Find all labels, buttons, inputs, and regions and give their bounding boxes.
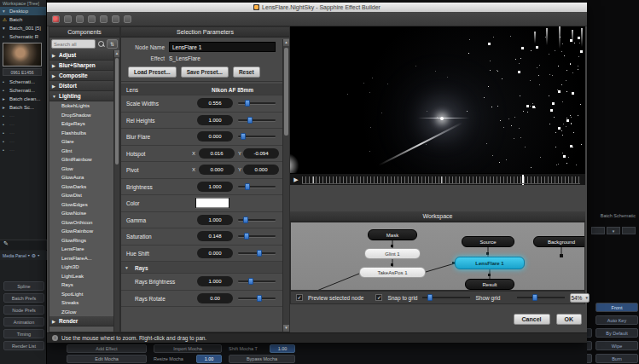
component-group-render[interactable]: ▶Render [49,316,113,326]
scroll-down-icon[interactable]: ▼ [283,325,289,332]
side-button-timing[interactable]: Timing [3,329,44,338]
param-slider[interactable] [238,117,276,124]
slider-handle[interactable] [245,100,250,107]
slider-handle[interactable] [243,217,248,223]
component-item-zglow[interactable]: ZGlow [49,308,113,317]
sort-filter-button[interactable]: ⇅ [107,39,118,49]
chevron-down-icon[interactable]: ▾ [28,253,30,257]
tree-item[interactable]: •··· [0,137,46,146]
tree-item[interactable]: •··· [0,129,46,137]
param-value-field[interactable]: 0.000 [197,131,233,142]
save-as-icon[interactable] [100,15,107,23]
tree-item[interactable]: •Schematic R [0,32,46,41]
lens-value[interactable]: Nikon AF 85mm [212,86,253,92]
bypass-mocha-button[interactable]: Bypass Mocha [229,355,295,363]
ok-button[interactable]: OK [556,314,583,325]
param-value-field[interactable]: 1.000 [197,276,233,286]
component-item-glowaura[interactable]: GlowAura [49,173,113,182]
param-slider[interactable] [238,233,276,240]
clip-thumbnail[interactable] [3,43,42,66]
new-icon[interactable] [64,15,72,23]
component-item-edgerays[interactable]: EdgeRays [49,119,113,129]
component-item-rays[interactable]: Rays [49,280,113,290]
param-slider[interactable] [238,295,276,302]
graph-node-result[interactable]: Result [465,279,514,290]
component-item-glow[interactable]: Glow [49,165,113,174]
zoom-slider[interactable] [517,294,565,301]
timeline-ruler[interactable] [302,176,580,183]
components-scrollbar[interactable]: ▲ [113,50,119,332]
grid-control[interactable] [591,227,605,234]
param-value-field[interactable]: 1.000 [197,182,233,192]
scrollbar-thumb[interactable] [115,58,119,165]
slider-handle[interactable] [247,117,253,124]
tree-item[interactable]: •Schemati... [0,86,46,95]
graph-node-mask[interactable]: Mask [368,229,417,240]
side-button-node-prefs[interactable]: Node Prefs [3,305,44,315]
component-group-composite[interactable]: ▶Composite [49,71,113,81]
save-icon[interactable] [88,15,96,23]
component-item-lensflare[interactable]: LensFlare [49,245,113,254]
param-slider[interactable] [238,100,276,107]
component-group-lighting[interactable]: ▼Lighting [49,91,113,101]
scene-icon[interactable] [52,15,60,23]
component-item-gloworthicon[interactable]: GlowOrthicon [49,218,113,228]
component-group-blur+sharpen[interactable]: ▶Blur+Sharpen [49,61,113,71]
view-control[interactable] [622,227,636,234]
param-value-field[interactable]: 0.00 [197,293,233,303]
tree-item[interactable]: •··· [0,120,46,129]
param-slider[interactable] [238,217,276,223]
graph-node-background[interactable]: Background [533,236,585,247]
tree-item[interactable]: ▸Batch clean... [0,95,46,103]
bg-button-auto-key[interactable]: Auto Key [595,315,638,325]
param-y-field[interactable]: 0.000 [243,165,279,175]
tree-item[interactable]: ▾Batch_001 [5] [0,24,46,32]
edit-mocha-button[interactable]: Edit Mocha [67,355,147,363]
scroll-up-icon[interactable]: ▲ [283,39,289,46]
component-group-adjust[interactable]: ▶Adjust [49,50,113,61]
component-item-light3d[interactable]: Light3D [49,263,113,272]
slider-handle[interactable] [257,295,262,302]
import-mocha-button[interactable]: Import Mocha [154,344,222,353]
graph-node-lensflare-1[interactable]: LensFlare 1 [455,257,525,269]
component-item-glowdist[interactable]: GlowDist [49,191,113,200]
chevron-down-icon[interactable]: ▾ [38,253,39,257]
tree-item[interactable]: ▸Batch Sc... [0,103,46,112]
tree-item[interactable]: •Schemati... [0,78,46,86]
save-preset-button[interactable]: Save Preset... [181,66,229,78]
flag-icon[interactable] [112,15,119,23]
add-effect-button[interactable]: Add Effect [67,344,147,353]
open-icon[interactable] [76,15,84,23]
tree-item[interactable]: ⚠Batch [0,15,46,24]
side-button-spline[interactable]: Spline [3,281,44,291]
parameters-scrollbar[interactable]: ▲ ▼ [282,39,289,332]
scrollbar-thumb[interactable] [284,48,288,136]
graph-node-source[interactable]: Source [462,236,514,247]
component-item-glownoise[interactable]: GlowNoise [49,209,113,218]
pen-icon[interactable]: ✎ [0,240,47,250]
gear-icon[interactable]: ⚙ [32,252,36,258]
playhead[interactable] [522,175,524,185]
undo-icon[interactable] [124,15,131,23]
bg-button-wipe[interactable]: Wipe [595,341,638,350]
param-value-field[interactable]: 0.556 [197,98,233,108]
zoom-level-dropdown[interactable]: 54% ▼ [570,293,589,303]
component-item-glare[interactable]: Glare [49,137,113,147]
snap-to-grid-checkbox[interactable]: ✓ [375,294,382,301]
param-slider[interactable] [238,278,276,285]
video-preview[interactable] [290,26,585,173]
param-value-field[interactable]: 1.000 [197,115,233,125]
load-preset-button[interactable]: Load Preset... [128,66,177,78]
slider-handle[interactable] [257,250,262,257]
slider-handle[interactable] [244,233,249,240]
side-button-animation[interactable]: Animation [3,317,44,326]
media-panel-bar[interactable]: Media Panel ▾ ⚙ ▾ [0,251,47,260]
param-y-field[interactable]: -0.094 [243,148,279,159]
param-value-field[interactable]: 1.000 [197,215,233,225]
color-swatch[interactable] [195,198,229,209]
component-item-glowedges[interactable]: GlowEdges [49,200,113,210]
tree-item[interactable]: •··· [0,112,46,120]
bg-button-by-default[interactable]: By Default [595,328,638,338]
component-item-dropshadow[interactable]: DropShadow [49,111,113,120]
node-graph[interactable]: MaskGlint 1TakeAsPos 1SourceLensFlare 1B… [290,222,585,291]
